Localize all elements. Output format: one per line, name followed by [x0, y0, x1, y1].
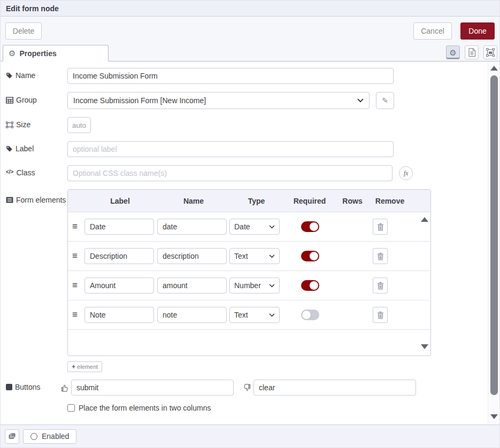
chevron-down-icon	[269, 254, 275, 258]
properties-view-button[interactable]: ⚙	[446, 45, 460, 59]
required-toggle[interactable]	[301, 221, 319, 232]
element-name-input[interactable]	[157, 219, 227, 235]
form-elements-label: Form elements	[6, 189, 67, 205]
panel-scroll-up-icon[interactable]	[490, 66, 498, 71]
element-type-select[interactable]: Date	[229, 219, 280, 235]
element-name-input[interactable]	[157, 307, 227, 323]
form-elements-list: ≡ Date ≡ Text ≡ Number	[68, 212, 430, 356]
element-type-select[interactable]: Number	[229, 277, 280, 293]
class-input[interactable]	[67, 165, 393, 181]
required-toggle[interactable]	[301, 251, 319, 261]
name-row: Name	[6, 68, 483, 84]
tab-properties-label: Properties	[19, 49, 56, 58]
form-element-row: ≡ Text	[68, 242, 430, 271]
list-alt-icon	[6, 197, 13, 203]
trash-icon	[377, 282, 384, 290]
delete-element-button[interactable]	[373, 248, 388, 264]
drag-handle-icon[interactable]: ≡	[72, 280, 83, 291]
class-row: </> Class fx	[6, 165, 483, 181]
col-header-remove: Remove	[368, 197, 411, 205]
form-elements-table-header: Label Name Type Required Rows Remove	[68, 190, 430, 212]
element-type-select[interactable]: Text	[229, 307, 280, 323]
panel-scrollbar-thumb[interactable]	[490, 75, 498, 395]
dialog-toolbar: Delete Cancel Done	[1, 17, 499, 45]
drag-handle-icon[interactable]: ≡	[72, 251, 83, 261]
required-toggle[interactable]	[301, 310, 319, 320]
done-button[interactable]: Done	[460, 22, 495, 40]
element-label-input[interactable]	[84, 248, 154, 264]
element-label-input[interactable]	[84, 307, 154, 323]
size-label: Size	[6, 120, 67, 130]
pencil-icon: ✎	[382, 96, 388, 105]
form-elements-table: Label Name Type Required Rows Remove ≡ D…	[67, 189, 431, 356]
label-input[interactable]	[67, 141, 394, 157]
node-enabled-toggle[interactable]: Enabled	[23, 429, 76, 444]
col-header-name: Name	[157, 197, 230, 205]
tag-icon	[6, 72, 13, 79]
group-select[interactable]: Income Submission Form [New Income]	[67, 92, 370, 109]
trash-icon	[377, 311, 384, 319]
tab-properties[interactable]: ⚙ Properties	[3, 45, 109, 61]
delete-button[interactable]: Delete	[5, 22, 42, 40]
add-element-button[interactable]: + element	[67, 361, 102, 372]
enabled-circle-icon	[30, 433, 37, 440]
delete-element-button[interactable]	[373, 219, 388, 235]
element-type-select[interactable]: Text	[229, 248, 280, 264]
node-help-button[interactable]	[5, 429, 19, 444]
chevron-down-icon	[357, 98, 364, 103]
element-type-value: Date	[234, 222, 250, 231]
element-name-input[interactable]	[157, 248, 227, 264]
class-label: </> Class	[6, 168, 67, 178]
element-type-value: Text	[234, 252, 248, 260]
tab-bar: ⚙ Properties ⚙	[1, 45, 499, 61]
element-label-input[interactable]	[84, 219, 154, 235]
drag-handle-icon[interactable]: ≡	[72, 310, 83, 320]
dialog-title: Edit form node	[6, 4, 59, 13]
size-auto-button[interactable]: auto	[67, 117, 91, 133]
properties-gear-icon: ⚙	[9, 49, 16, 57]
col-header-label: Label	[83, 197, 157, 205]
col-header-required: Required	[283, 197, 336, 205]
form-element-row: ≡ Date	[68, 212, 430, 242]
clear-button-label-input[interactable]	[253, 380, 416, 396]
gear-icon: ⚙	[449, 49, 456, 57]
form-element-row: ≡ Text	[68, 300, 430, 330]
group-row: Group Income Submission Form [New Income…	[6, 92, 483, 109]
element-name-input[interactable]	[157, 277, 227, 293]
size-row: Size auto	[6, 117, 483, 133]
scroll-up-icon[interactable]	[421, 217, 428, 222]
group-select-value: Income Submission Form [New Income]	[73, 96, 206, 105]
two-columns-label: Place the form elements in two columns	[79, 404, 211, 412]
delete-element-button[interactable]	[373, 277, 388, 293]
label-label: Label	[6, 144, 67, 154]
edit-form-node-dialog: Edit form node Delete Cancel Done ⚙ Prop…	[0, 0, 500, 448]
group-label: Group	[6, 96, 67, 105]
appearance-view-button[interactable]	[483, 45, 497, 59]
delete-element-button[interactable]	[373, 307, 388, 323]
form-elements-row: Form elements Label Name Type Required R…	[6, 189, 483, 356]
expression-button[interactable]: fx	[399, 166, 413, 180]
panel-scroll-down-icon[interactable]	[490, 414, 498, 419]
thumbs-down-icon	[243, 384, 251, 392]
two-columns-checkbox[interactable]	[67, 404, 75, 412]
enabled-label: Enabled	[42, 432, 69, 441]
name-input[interactable]	[67, 68, 394, 84]
element-type-value: Number	[234, 281, 261, 290]
tag-icon	[6, 145, 13, 152]
cancel-button[interactable]: Cancel	[413, 22, 452, 40]
description-view-button[interactable]	[465, 45, 479, 59]
panel-scrollbar	[488, 61, 499, 424]
plus-icon: +	[72, 363, 75, 370]
col-header-type: Type	[230, 197, 283, 205]
list-scrollbar	[419, 212, 430, 356]
drag-handle-icon[interactable]: ≡	[72, 221, 83, 232]
properties-panel: Name Group Income Submission Form [New I…	[1, 61, 499, 424]
fx-icon: fx	[404, 169, 409, 177]
square-icon	[6, 384, 12, 390]
thumbs-up-icon	[61, 384, 68, 392]
required-toggle[interactable]	[301, 280, 319, 291]
edit-group-button[interactable]: ✎	[376, 92, 394, 109]
element-label-input[interactable]	[84, 277, 154, 293]
scroll-down-icon[interactable]	[421, 344, 428, 349]
submit-button-label-input[interactable]	[71, 380, 234, 396]
